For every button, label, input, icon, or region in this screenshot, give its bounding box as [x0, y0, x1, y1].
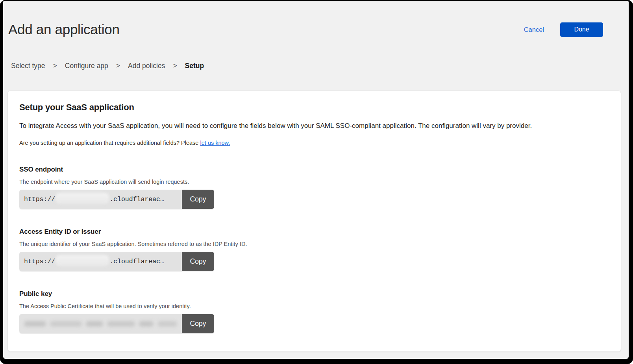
sso-endpoint-description: The endpoint where your SaaS application… [19, 178, 605, 186]
let-us-know-link[interactable]: let us know. [200, 140, 230, 146]
sso-endpoint-label: SSO endpoint [19, 165, 605, 174]
redacted-text-blur [56, 193, 109, 204]
breadcrumb-step-setup: Setup [185, 61, 204, 70]
field-public-key: Public key The Access Public Certificate… [19, 289, 605, 333]
field-sso-endpoint: SSO endpoint The endpoint where your Saa… [19, 165, 605, 209]
breadcrumb-step-add-policies[interactable]: Add policies [128, 61, 165, 70]
access-entity-id-value-prefix: https:// [24, 258, 55, 265]
page-title: Add an application [8, 21, 120, 38]
sso-endpoint-value[interactable]: https:// .cloudflareac… [19, 190, 182, 209]
window-frame: Add an application Cancel Done Select ty… [0, 0, 633, 364]
card-intro-text: To integrate Access with your SaaS appli… [19, 121, 605, 131]
done-button[interactable]: Done [560, 22, 603, 37]
card-heading: Setup your SaaS application [19, 102, 605, 113]
public-key-value[interactable] [19, 314, 182, 333]
access-entity-id-copy-button[interactable]: Copy [182, 252, 214, 271]
breadcrumb-separator: > [116, 61, 120, 70]
access-entity-id-description: The unique identifier of your SaaS appli… [19, 240, 605, 248]
sso-endpoint-copy-button[interactable]: Copy [182, 190, 214, 209]
sso-endpoint-value-suffix: .cloudflareac… [109, 196, 164, 203]
header-actions: Cancel Done [524, 22, 603, 37]
cancel-button[interactable]: Cancel [524, 26, 544, 33]
access-entity-id-row: https:// .cloudflareac… Copy [19, 252, 214, 271]
access-entity-id-value[interactable]: https:// .cloudflareac… [19, 252, 182, 271]
sso-endpoint-row: https:// .cloudflareac… Copy [19, 190, 214, 209]
redacted-text-blur [56, 255, 109, 266]
sso-endpoint-value-prefix: https:// [24, 196, 55, 203]
page-header: Add an application Cancel Done [3, 1, 629, 38]
setup-saas-card: Setup your SaaS application To integrate… [7, 91, 621, 352]
public-key-description: The Access Public Certificate that will … [19, 303, 605, 310]
page-background: Add an application Cancel Done Select ty… [3, 1, 629, 359]
card-note: Are you setting up an application that r… [19, 139, 605, 147]
field-access-entity-id: Access Entity ID or Issuer The unique id… [19, 227, 605, 271]
access-entity-id-label: Access Entity ID or Issuer [19, 227, 605, 237]
breadcrumb-separator: > [173, 61, 177, 70]
card-note-text: Are you setting up an application that r… [19, 140, 200, 146]
public-key-label: Public key [19, 289, 605, 299]
breadcrumb-step-select-type[interactable]: Select type [11, 61, 45, 70]
breadcrumb: Select type > Configure app > Add polici… [11, 61, 629, 70]
public-key-row: Copy [19, 314, 214, 333]
breadcrumb-separator: > [53, 61, 57, 70]
public-key-copy-button[interactable]: Copy [182, 314, 214, 333]
access-entity-id-value-suffix: .cloudflareac… [109, 258, 164, 265]
redacted-text-blur [24, 321, 177, 327]
breadcrumb-step-configure-app[interactable]: Configure app [65, 61, 108, 70]
